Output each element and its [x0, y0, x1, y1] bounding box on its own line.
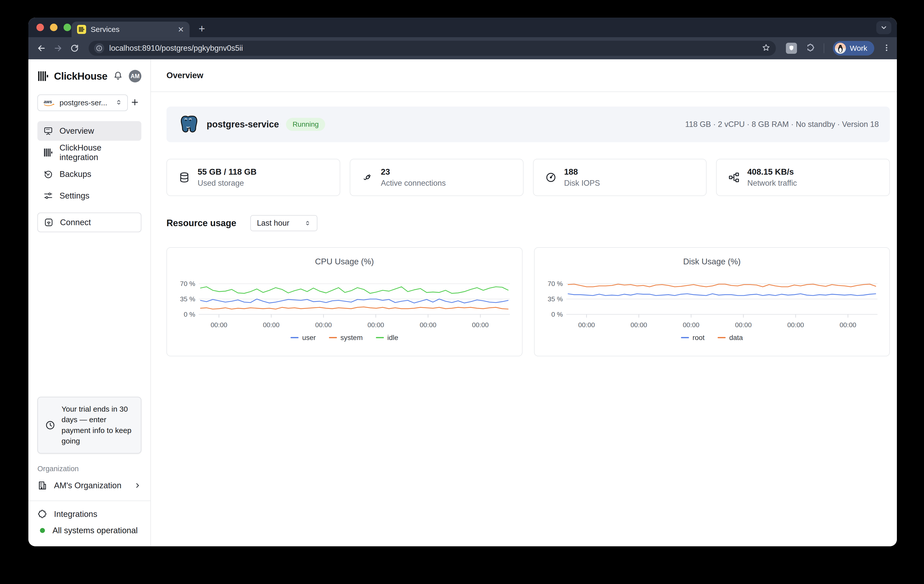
time-range-select[interactable]: Last hour — [250, 215, 317, 231]
history-icon — [43, 169, 53, 179]
site-info-icon[interactable] — [94, 43, 104, 53]
plug-icon — [362, 172, 373, 183]
profile-button[interactable]: Work — [833, 41, 874, 56]
svg-text:00:00: 00:00 — [578, 321, 594, 329]
organization-name: AM's Organization — [54, 481, 127, 490]
close-window-button[interactable] — [36, 24, 44, 31]
shield-extension-icon[interactable] — [786, 43, 797, 54]
svg-text:35 %: 35 % — [548, 295, 563, 303]
stat-label: Used storage — [198, 179, 257, 188]
stat-value: 55 GB / 118 GB — [198, 167, 257, 177]
integrations-label: Integrations — [54, 510, 97, 519]
tab-strip: Services ✕ + — [28, 18, 897, 37]
puzzle-icon — [37, 509, 48, 519]
legend-item-user[interactable]: user — [290, 334, 316, 342]
svg-text:00:00: 00:00 — [839, 321, 856, 329]
stats-row: 55 GB / 118 GBUsed storage23Active conne… — [167, 159, 890, 196]
tab-close-icon[interactable]: ✕ — [178, 25, 184, 34]
svg-text:00:00: 00:00 — [211, 321, 227, 329]
database-icon — [178, 172, 190, 183]
reload-button[interactable] — [68, 41, 82, 55]
sidebar-item-overview[interactable]: Overview — [37, 121, 141, 141]
extensions-icon[interactable] — [806, 43, 815, 53]
service-header-card: postgres-service Running 118 GB · 2 vCPU… — [167, 106, 890, 142]
stat-label: Network traffic — [747, 179, 797, 188]
organization-label: Organization — [37, 465, 141, 473]
chevron-right-icon — [134, 482, 141, 489]
series-user — [200, 299, 508, 303]
connect-button[interactable]: Connect — [37, 213, 141, 232]
network-icon — [728, 172, 740, 183]
page-title: Overview — [167, 71, 203, 80]
svg-text:70 %: 70 % — [548, 280, 563, 288]
ch-bars-icon — [43, 148, 53, 157]
sidebar-item-label: Backups — [59, 169, 91, 179]
legend-item-system[interactable]: system — [329, 334, 363, 342]
chart-plot: 0 %35 %70 %00:0000:0000:0000:0000:0000:0… — [174, 269, 515, 333]
svg-text:00:00: 00:00 — [472, 321, 488, 329]
sidebar-item-settings[interactable]: Settings — [37, 186, 141, 205]
svg-text:00:00: 00:00 — [263, 321, 279, 329]
tab-title: Services — [91, 25, 173, 34]
series-data — [568, 284, 876, 287]
legend-item-data[interactable]: data — [718, 334, 743, 342]
minimize-window-button[interactable] — [50, 24, 58, 31]
forward-button[interactable] — [51, 41, 65, 55]
sidebar: ClickHouse AM aws postgres-ser... Overvi… — [28, 59, 151, 546]
legend-dash — [290, 337, 299, 338]
user-avatar[interactable]: AM — [129, 70, 141, 83]
sidebar-item-backups[interactable]: Backups — [37, 164, 141, 184]
organization-row[interactable]: AM's Organization — [37, 480, 141, 491]
series-system — [200, 307, 508, 309]
window-controls — [36, 24, 71, 31]
browser-toolbar: localhost:8910/postgres/pgkybgnv0s5ii Wo… — [28, 37, 897, 59]
svg-text:00:00: 00:00 — [420, 321, 436, 329]
trial-notice-text: Your trial ends in 30 days — enter payme… — [61, 404, 134, 447]
gauge-icon — [545, 172, 557, 183]
clock-icon — [45, 420, 56, 430]
legend-dash — [329, 337, 337, 338]
stat-card-active-connections: 23Active connections — [350, 159, 523, 196]
svg-text:0 %: 0 % — [551, 311, 563, 318]
chart-plot: 0 %35 %70 %00:0000:0000:0000:0000:0000:0… — [541, 269, 883, 333]
service-specs: 118 GB · 2 vCPU · 8 GB RAM · No standby … — [685, 120, 879, 129]
svg-text:00:00: 00:00 — [630, 321, 647, 329]
legend-item-root[interactable]: root — [681, 334, 705, 342]
new-tab-button[interactable]: + — [199, 23, 205, 34]
legend-item-idle[interactable]: idle — [376, 334, 398, 342]
add-service-button[interactable] — [130, 98, 139, 108]
svg-text:70 %: 70 % — [180, 280, 195, 288]
sidebar-divider — [28, 501, 150, 501]
chart-card-disk-usage-: Disk Usage (%)0 %35 %70 %00:0000:0000:00… — [534, 247, 890, 356]
sidebar-item-label: ClickHouse integration — [59, 143, 135, 162]
legend-label: root — [693, 334, 705, 342]
selected-service-name: postgres-ser... — [59, 99, 111, 107]
system-status-row[interactable]: All systems operational — [37, 526, 141, 535]
sidebar-item-clickhouse-integration[interactable]: ClickHouse integration — [37, 143, 141, 162]
select-updown-icon — [115, 99, 122, 107]
svg-text:00:00: 00:00 — [787, 321, 804, 329]
svg-text:00:00: 00:00 — [367, 321, 384, 329]
tab-overflow-button[interactable] — [876, 21, 891, 34]
charts-row: CPU Usage (%)0 %35 %70 %00:0000:0000:000… — [167, 247, 890, 356]
back-arrow-icon — [37, 44, 46, 53]
chart-legend: rootdata — [541, 334, 883, 342]
integrations-row[interactable]: Integrations — [37, 509, 141, 519]
address-bar[interactable]: localhost:8910/postgres/pgkybgnv0s5ii — [89, 41, 776, 56]
back-button[interactable] — [35, 41, 48, 55]
bookmark-star-icon[interactable] — [762, 43, 771, 53]
chart-title: Disk Usage (%) — [541, 257, 883, 266]
sidebar-item-label: Overview — [59, 126, 94, 136]
notifications-bell-icon[interactable] — [113, 71, 123, 81]
zoom-window-button[interactable] — [64, 24, 71, 31]
stat-card-used-storage: 55 GB / 118 GBUsed storage — [167, 159, 340, 196]
trial-notice: Your trial ends in 30 days — enter payme… — [37, 397, 141, 453]
browser-menu-icon[interactable] — [882, 43, 891, 53]
legend-dash — [376, 337, 384, 338]
svg-text:35 %: 35 % — [180, 295, 195, 303]
service-selector[interactable]: aws postgres-ser... — [37, 94, 128, 111]
stat-card-network-traffic: 408.15 KB/sNetwork traffic — [716, 159, 890, 196]
page-header: Overview — [151, 59, 897, 92]
browser-tab-services[interactable]: Services ✕ — [71, 22, 190, 37]
resource-usage-title: Resource usage — [167, 218, 236, 228]
